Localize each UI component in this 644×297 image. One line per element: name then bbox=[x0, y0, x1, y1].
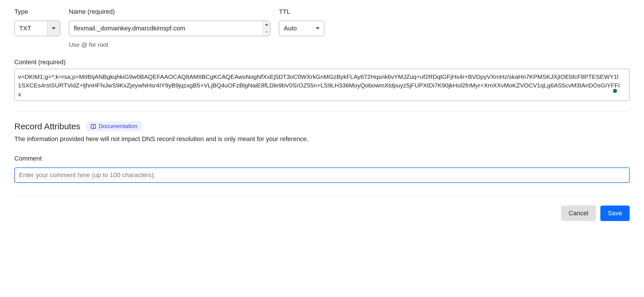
save-button[interactable]: Save bbox=[600, 206, 630, 221]
stepper-up-icon[interactable] bbox=[263, 21, 270, 29]
name-field-group: Name (required) Use @ for root bbox=[69, 8, 270, 48]
status-indicator-icon bbox=[613, 89, 617, 93]
type-label: Type bbox=[14, 8, 60, 15]
record-attributes-title: Record Attributes bbox=[14, 122, 80, 131]
section-divider bbox=[14, 196, 630, 196]
ttl-label: TTL bbox=[279, 8, 324, 15]
content-label: Content (required) bbox=[14, 58, 630, 66]
type-select-value: TXT bbox=[15, 21, 47, 36]
record-attributes-description: The information provided here will not i… bbox=[14, 135, 630, 143]
record-fields-row: Type TXT Name (required) Use @ for root … bbox=[14, 8, 630, 48]
chevron-down-icon bbox=[47, 21, 60, 36]
name-input-wrap bbox=[69, 21, 270, 36]
content-field-group: Content (required) bbox=[14, 58, 630, 103]
comment-input-wrap bbox=[14, 167, 630, 183]
ttl-select[interactable]: Auto bbox=[279, 21, 324, 36]
name-stepper[interactable] bbox=[263, 21, 270, 36]
cancel-button[interactable]: Cancel bbox=[561, 206, 595, 221]
form-footer: Cancel Save bbox=[14, 206, 630, 221]
stepper-down-icon[interactable] bbox=[263, 29, 270, 36]
name-hint: Use @ for root bbox=[69, 41, 270, 48]
name-label: Name (required) bbox=[69, 8, 270, 15]
chevron-down-icon bbox=[311, 21, 324, 36]
documentation-link[interactable]: Documentation bbox=[86, 121, 143, 131]
record-attributes-header: Record Attributes Documentation bbox=[14, 121, 630, 131]
book-icon bbox=[91, 124, 96, 129]
comment-input[interactable] bbox=[15, 168, 629, 182]
name-input[interactable] bbox=[69, 21, 263, 36]
type-select[interactable]: TXT bbox=[14, 21, 60, 36]
section-divider bbox=[14, 111, 630, 112]
comment-label: Comment bbox=[14, 155, 630, 162]
type-field-group: Type TXT bbox=[14, 8, 60, 36]
ttl-select-value: Auto bbox=[279, 21, 311, 36]
comment-field-group: Comment bbox=[14, 155, 630, 183]
documentation-label: Documentation bbox=[99, 123, 137, 130]
content-textarea[interactable] bbox=[14, 69, 630, 101]
ttl-field-group: TTL Auto bbox=[279, 8, 324, 36]
